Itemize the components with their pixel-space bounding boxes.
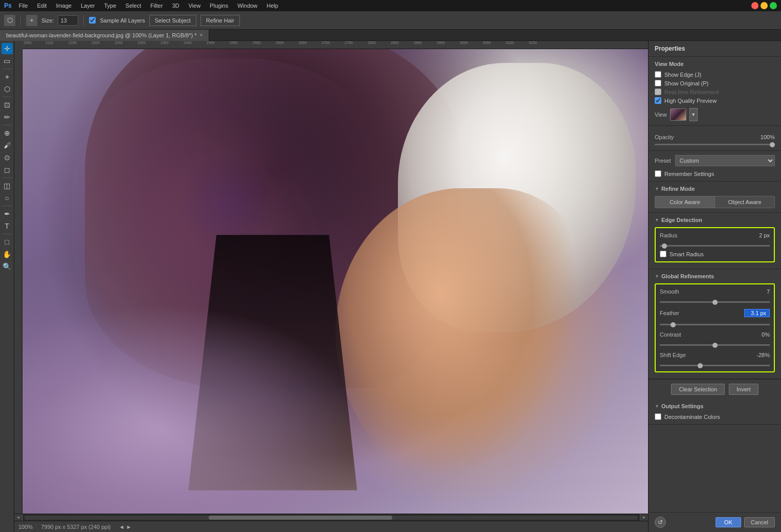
refine-collapse-arrow: ▼: [655, 186, 659, 191]
nav-arrows[interactable]: ◄ ►: [119, 524, 132, 530]
menu-window[interactable]: Window: [233, 2, 261, 10]
decontaminate-checkbox[interactable]: [655, 413, 661, 420]
view-dropdown-button[interactable]: ▼: [689, 108, 698, 121]
show-edge-checkbox[interactable]: [655, 71, 661, 78]
menu-3d[interactable]: 3D: [168, 2, 183, 10]
properties-panel: Properties View Mode Show Edge (J) Show …: [648, 41, 781, 532]
scroll-right-btn[interactable]: ►: [640, 514, 648, 521]
canvas-image: [23, 49, 648, 514]
healing-tool[interactable]: ⊕: [2, 127, 13, 139]
feather-label: Feather: [660, 310, 679, 316]
pen-tool[interactable]: ✒: [2, 208, 13, 219]
selection-buttons: Clear Selection Invert: [649, 379, 781, 399]
ruler-label-21: 3100: [506, 41, 514, 45]
zoom-tool[interactable]: 🔍: [2, 261, 13, 272]
move-tool[interactable]: ✛: [2, 43, 13, 54]
tool-icon-select[interactable]: ⬡: [4, 15, 15, 26]
object-aware-button[interactable]: Object Aware: [715, 196, 774, 208]
scroll-left-btn[interactable]: ◄: [14, 514, 23, 521]
dimensions: 7990 px x 5327 px (240 ppi): [41, 524, 110, 530]
ruler-corner: [14, 41, 23, 49]
ruler-label-6: 2350: [161, 41, 169, 45]
smart-radius-label: Smart Radius: [670, 251, 704, 257]
refine-hair-button[interactable]: Refine Hair: [200, 15, 240, 26]
sample-all-layers-checkbox[interactable]: [89, 17, 96, 24]
global-refinements-collapse[interactable]: ▼ Global Refinements: [655, 273, 775, 279]
menu-type[interactable]: Type: [100, 2, 121, 10]
contrast-slider[interactable]: [660, 344, 770, 346]
feather-field: Feather: [660, 309, 770, 326]
clear-selection-button[interactable]: Clear Selection: [671, 384, 725, 395]
ok-button[interactable]: OK: [716, 517, 741, 527]
color-aware-button[interactable]: Color Aware: [655, 196, 715, 208]
menu-help[interactable]: Help: [262, 2, 282, 10]
radius-label: Radius: [660, 232, 677, 238]
scrollbar-track[interactable]: [25, 516, 638, 520]
ruler-area: 2050 2100 2150 2200 2250 2300 2350 2400 …: [14, 41, 648, 49]
cancel-button[interactable]: Cancel: [744, 517, 775, 527]
scrollbar-thumb[interactable]: [209, 516, 393, 520]
text-tool[interactable]: T: [2, 220, 13, 232]
remember-settings-checkbox[interactable]: [655, 170, 661, 177]
lasso-tool[interactable]: ⌖: [2, 71, 13, 82]
tool-sep-1: [3, 69, 12, 69]
output-settings-collapse[interactable]: ▼ Output Settings: [655, 403, 775, 409]
maximize-button[interactable]: [770, 2, 777, 9]
select-subject-button[interactable]: Select Subject: [149, 15, 196, 26]
feather-value-input[interactable]: [744, 309, 770, 317]
menu-view[interactable]: View: [184, 2, 205, 10]
ruler-label-3: 2200: [92, 41, 100, 45]
horizontal-scrollbar[interactable]: ◄ ►: [14, 514, 648, 521]
edge-detection-collapse[interactable]: ▼ Edge Detection: [655, 217, 775, 223]
zoom-level: 100%: [18, 524, 33, 530]
menu-plugins[interactable]: Plugins: [206, 2, 232, 10]
menu-select[interactable]: Select: [121, 2, 145, 10]
shift-edge-slider[interactable]: [660, 365, 770, 366]
clone-tool[interactable]: ⊙: [2, 152, 13, 163]
view-row: View ▼: [655, 108, 775, 121]
tool-add-icon[interactable]: +: [26, 15, 37, 26]
select-tool[interactable]: ▭: [2, 55, 13, 66]
panel-footer: ↺ OK Cancel: [649, 512, 781, 532]
canvas-viewport[interactable]: [23, 49, 648, 514]
dodge-tool[interactable]: ○: [2, 192, 13, 204]
invert-button[interactable]: Invert: [729, 384, 758, 395]
toolbox: ✛ ▭ ⌖ ⬡ ⊡ ✏ ⊕ 🖌 ⊙ ◻ ◫ ○ ✒ T □ ✋ 🔍: [0, 41, 14, 532]
refine-mode-section: ▼ Refine Mode Color Aware Object Aware: [649, 182, 781, 213]
menu-image[interactable]: Image: [52, 2, 76, 10]
reset-button[interactable]: ↺: [655, 517, 666, 528]
preset-select[interactable]: Default Custom Hair/Fur: [675, 155, 775, 166]
shape-tool[interactable]: □: [2, 236, 13, 248]
opacity-row: Opacity 100%: [655, 134, 775, 140]
eyedropper-tool[interactable]: ✏: [2, 112, 13, 123]
magic-wand-tool[interactable]: ⬡: [2, 83, 13, 95]
doc-tab-close[interactable]: ×: [200, 32, 203, 38]
document-tab[interactable]: beautiful-woman-lavender-field-backgroun…: [0, 30, 209, 41]
show-original-checkbox[interactable]: [655, 80, 661, 86]
realtime-checkbox[interactable]: [655, 88, 661, 95]
menu-filter[interactable]: Filter: [146, 2, 167, 10]
hand-tool[interactable]: ✋: [2, 249, 13, 260]
eraser-tool[interactable]: ◻: [2, 164, 13, 175]
smart-radius-row: Smart Radius: [660, 251, 770, 257]
smart-radius-checkbox[interactable]: [660, 251, 666, 257]
brush-tool[interactable]: 🖌: [2, 140, 13, 151]
opacity-slider[interactable]: [655, 144, 775, 145]
separator-1: [20, 15, 21, 26]
menu-layer[interactable]: Layer: [77, 2, 99, 10]
refine-mode-collapse[interactable]: ▼ Refine Mode: [655, 186, 775, 192]
high-quality-checkbox[interactable]: [655, 97, 661, 104]
size-input[interactable]: [58, 15, 78, 26]
panel-spacer: [649, 425, 781, 512]
close-button[interactable]: [751, 2, 758, 9]
smooth-row: Smooth 7: [660, 289, 770, 295]
smooth-slider[interactable]: [660, 301, 770, 303]
radius-slider[interactable]: [660, 245, 770, 247]
gradient-tool[interactable]: ◫: [2, 180, 13, 191]
feather-slider[interactable]: [660, 324, 770, 325]
document-tabs: beautiful-woman-lavender-field-backgroun…: [0, 30, 781, 41]
menu-file[interactable]: File: [15, 2, 32, 10]
crop-tool[interactable]: ⊡: [2, 99, 13, 110]
menu-edit[interactable]: Edit: [33, 2, 51, 10]
minimize-button[interactable]: [761, 2, 768, 9]
